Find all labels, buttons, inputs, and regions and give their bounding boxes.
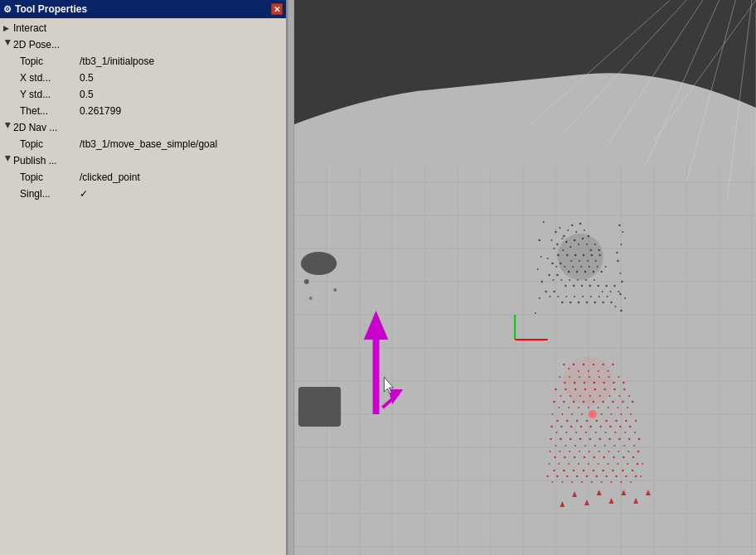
svg-point-56 [570, 260, 572, 262]
svg-point-117 [622, 231, 623, 233]
tree-item-publish[interactable]: ▶ Publish ... [0, 152, 286, 169]
svg-point-160 [565, 388, 566, 390]
svg-point-254 [589, 451, 590, 452]
svg-point-57 [574, 254, 577, 257]
svg-point-208 [635, 420, 637, 422]
svg-point-246 [550, 451, 551, 452]
svg-point-67 [560, 263, 561, 264]
pose-thet-label: Thet... [20, 105, 80, 117]
svg-point-193 [561, 413, 563, 415]
svg-point-241 [618, 438, 621, 441]
svg-point-249 [564, 456, 566, 459]
svg-point-124 [541, 281, 543, 282]
tree-label-publish: Publish ... [13, 155, 286, 166]
svg-point-54 [562, 249, 564, 251]
svg-point-237 [598, 438, 601, 441]
svg-point-34 [567, 229, 569, 231]
svg-point-274 [593, 470, 594, 471]
svg-point-299 [615, 475, 618, 478]
svg-point-120 [616, 252, 618, 253]
svg-point-196 [576, 420, 578, 422]
tree-item-2d-pose[interactable]: ▶ 2D Pose... [0, 36, 286, 53]
svg-point-108 [590, 296, 592, 297]
svg-point-296 [601, 481, 603, 483]
svg-point-244 [633, 445, 635, 446]
svg-point-142 [608, 370, 609, 372]
svg-point-74 [589, 266, 590, 268]
svg-point-200 [596, 420, 598, 422]
svg-point-82 [560, 279, 562, 281]
svg-point-156 [618, 376, 619, 378]
svg-point-64 [547, 258, 549, 259]
svg-point-243 [628, 438, 630, 440]
svg-point-60 [587, 260, 589, 262]
svg-point-58 [579, 260, 580, 262]
svg-point-239 [608, 438, 610, 440]
svg-point-101 [561, 302, 564, 304]
svg-point-63 [599, 254, 601, 256]
svg-point-255 [594, 456, 595, 458]
svg-point-236 [594, 445, 596, 446]
viewport-svg [294, 0, 756, 555]
arrow-icon-interact: ▶ [3, 24, 13, 32]
svg-point-172 [623, 388, 625, 390]
svg-point-70 [572, 266, 574, 268]
svg-point-288 [561, 481, 563, 483]
svg-point-37 [579, 223, 582, 225]
svg-point-149 [584, 382, 585, 384]
svg-point-173 [628, 395, 630, 397]
svg-point-228 [555, 445, 556, 446]
resize-handle[interactable] [288, 0, 294, 555]
svg-point-298 [611, 481, 613, 483]
svg-point-240 [613, 445, 615, 446]
svg-point-30 [557, 234, 603, 280]
svg-point-251 [574, 456, 575, 458]
svg-point-105 [578, 302, 580, 304]
svg-point-229 [560, 438, 562, 441]
svg-point-188 [622, 401, 623, 403]
svg-point-268 [563, 470, 565, 472]
svg-point-233 [579, 438, 582, 441]
svg-point-83 [565, 285, 566, 287]
svg-point-198 [586, 420, 589, 422]
tree-item-2d-nav[interactable]: ▶ 2D Nav ... [0, 119, 286, 136]
svg-point-145 [564, 382, 565, 384]
svg-point-305 [589, 410, 597, 418]
svg-point-122 [617, 260, 619, 263]
tree-item-interact[interactable]: ▶ Interact [0, 20, 286, 36]
svg-point-84 [569, 279, 570, 281]
3d-viewport[interactable] [294, 0, 756, 555]
svg-point-125 [619, 273, 621, 274]
svg-point-75 [593, 271, 594, 273]
svg-point-284 [642, 463, 643, 465]
svg-point-277 [608, 463, 609, 465]
svg-point-99 [553, 291, 555, 292]
svg-point-116 [618, 224, 620, 226]
svg-point-187 [617, 407, 618, 408]
svg-point-258 [608, 451, 610, 452]
nav-topic-value: /tb3_1/move_base_simple/goal [80, 138, 217, 150]
svg-point-88 [585, 279, 587, 281]
svg-point-152 [598, 376, 600, 378]
svg-point-238 [604, 445, 606, 446]
tree-child-nav-topic: Topic /tb3_1/move_base_simple/goal [0, 136, 286, 152]
svg-point-177 [568, 407, 569, 408]
svg-point-304 [640, 475, 642, 477]
svg-point-232 [574, 445, 576, 446]
svg-point-113 [610, 302, 613, 304]
svg-point-213 [570, 426, 573, 428]
svg-point-48 [586, 244, 588, 245]
svg-point-44 [569, 246, 571, 248]
svg-point-96 [618, 291, 619, 292]
tree-child-pose-xstd: X std... 0.5 [0, 70, 286, 86]
svg-point-257 [603, 456, 605, 459]
arrow-icon-2d-nav: ▶ [4, 123, 12, 133]
svg-point-221 [609, 426, 612, 428]
svg-point-146 [569, 376, 570, 378]
svg-point-272 [583, 470, 585, 472]
svg-point-259 [613, 456, 614, 458]
svg-point-231 [569, 438, 571, 440]
svg-point-281 [627, 463, 628, 465]
close-button[interactable]: ✕ [271, 3, 283, 15]
svg-point-289 [566, 475, 568, 477]
